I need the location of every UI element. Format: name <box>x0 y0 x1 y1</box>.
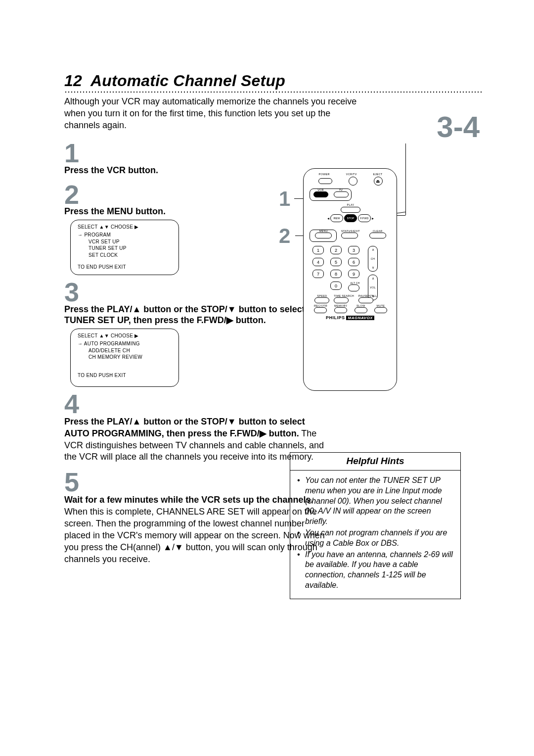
step-number-3: 3 <box>64 280 482 304</box>
leader-line <box>405 143 406 215</box>
page-number: 12 <box>64 72 82 90</box>
osd2-item: AUTO PROGRAMMING <box>78 340 174 347</box>
rew-button[interactable]: REW <box>330 214 343 222</box>
stop-button[interactable]: STOP <box>344 214 357 222</box>
step-4-bold: Press the PLAY/▲ button or the STOP/▼ bu… <box>64 417 305 438</box>
helpful-hints-box: Helpful Hints You can not enter the TUNE… <box>290 452 461 599</box>
step-1-text: Press the VCR button. <box>64 165 482 176</box>
step-number-2: 2 <box>64 183 482 207</box>
osd-menu-2: SELECT ▲▼ CHOOSE ▶ AUTO PROGRAMMING ADD/… <box>70 329 179 387</box>
label-eject: EJECT <box>373 173 383 176</box>
pause-button[interactable] <box>358 297 373 303</box>
label-vcrtv: VCR/TV <box>346 173 357 176</box>
timesearch-button[interactable] <box>334 297 349 303</box>
mute-button[interactable] <box>374 307 387 313</box>
osd1-item: PROGRAM <box>78 232 174 238</box>
tv-button[interactable] <box>334 191 349 197</box>
vcr-button[interactable] <box>313 191 328 197</box>
step-number-4: 4 <box>64 392 482 416</box>
osd1-item: VCR SET UP <box>78 238 174 245</box>
num-3[interactable]: 3 <box>348 246 359 254</box>
speed-button[interactable] <box>314 297 329 303</box>
osd2-item: CH MEMORY REVIEW <box>78 354 174 361</box>
altch-button[interactable] <box>348 284 359 291</box>
num-9[interactable]: 9 <box>348 270 359 278</box>
rec-button[interactable] <box>314 307 327 313</box>
osd2-footer: TO END PUSH EXIT <box>78 373 174 378</box>
callout-3-4: 3-4 <box>437 110 480 144</box>
num-4[interactable]: 4 <box>312 258 324 266</box>
play-button[interactable] <box>341 207 360 213</box>
hint-item: You can not program channels if you are … <box>297 528 454 549</box>
clear-button[interactable] <box>369 233 386 238</box>
step-5-body: When this is complete, CHANNELS ARE SET … <box>64 507 325 564</box>
page-title: 12 Automatic Channel Setup <box>64 72 482 90</box>
step-5-bold: Wait for a few minutes while the VCR set… <box>64 495 313 505</box>
label-altch: ALT CH <box>348 282 362 284</box>
remote-illustration: POWER VCR/TV EJECT ⏏ VCR TV PLAY ◂ REW S… <box>303 168 397 391</box>
menu-button[interactable] <box>315 233 332 238</box>
hints-heading: Helpful Hints <box>290 453 460 471</box>
osd1-item: SET CLOCK <box>78 252 174 259</box>
osd2-item: ADD/DELETE CH <box>78 347 174 354</box>
label-power: POWER <box>318 173 329 176</box>
callout-2: 2 <box>279 224 290 248</box>
step-3-text: Press the PLAY/▲ button or the STOP/▼ bu… <box>64 304 331 326</box>
eject-button[interactable]: ⏏ <box>374 177 383 186</box>
vcrtv-button[interactable] <box>349 177 357 186</box>
label-status: STATUS/EXIT <box>341 230 360 233</box>
num-8[interactable]: 8 <box>330 270 342 278</box>
num-0[interactable]: 0 <box>330 282 342 290</box>
num-1[interactable]: 1 <box>312 246 324 254</box>
title-text: Automatic Channel Setup <box>90 72 285 90</box>
ffwd-button[interactable]: F.FWD <box>358 214 371 222</box>
intro-paragraph: Although your VCR may automatically memo… <box>64 96 361 131</box>
memory-button[interactable] <box>334 307 347 313</box>
osd2-header: SELECT ▲▼ CHOOSE ▶ <box>78 333 174 338</box>
brand-label: PHILIPSMAGNAVOX <box>304 315 397 320</box>
num-6[interactable]: 6 <box>348 258 359 266</box>
step-number-1: 1 <box>64 141 482 165</box>
hint-item: You can not enter the TUNER SET UP menu … <box>297 475 454 527</box>
step-2-text: Press the MENU button. <box>64 206 482 217</box>
hint-item: If you have an antenna, channels 2-69 wi… <box>297 550 454 591</box>
osd1-header: SELECT ▲▼ CHOOSE ▶ <box>78 224 174 230</box>
osd1-item: TUNER SET UP <box>78 245 174 252</box>
num-5[interactable]: 5 <box>330 258 342 266</box>
status-exit-button[interactable] <box>341 233 358 238</box>
dotted-rule <box>64 91 482 93</box>
power-button[interactable] <box>318 178 332 184</box>
callout-1: 1 <box>279 187 290 211</box>
slow-button[interactable] <box>355 307 367 313</box>
num-7[interactable]: 7 <box>312 270 324 278</box>
ch-rocker[interactable]: ∧CH∨ <box>368 246 378 272</box>
osd-menu-1: SELECT ▲▼ CHOOSE ▶ PROGRAM VCR SET UP TU… <box>70 220 179 275</box>
osd1-footer: TO END PUSH EXIT <box>78 264 174 270</box>
num-2[interactable]: 2 <box>330 246 342 254</box>
label-play: PLAY <box>327 203 374 206</box>
